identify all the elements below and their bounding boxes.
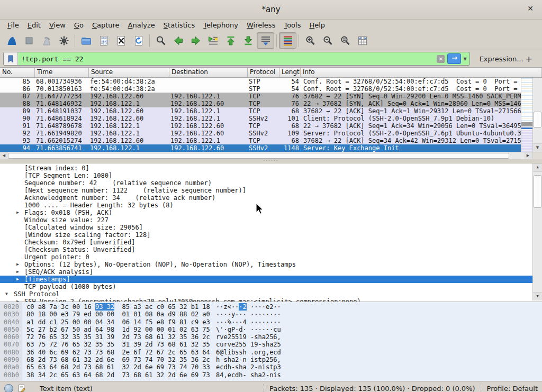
collapsed-arrow-icon[interactable]: ▶ xyxy=(16,276,19,283)
restart-capture-button[interactable] xyxy=(38,32,55,49)
auto-scroll-button[interactable] xyxy=(257,32,274,49)
hex-row[interactable]: 003080 18 00 e3 79 ed 00 00 01 01 08 0a … xyxy=(0,311,542,318)
detail-row[interactable]: [Checksum Status: Unverified] xyxy=(0,246,533,253)
hex-row[interactable]: 00505c 27 b2 67 50 ad 64 98 1d 92 00 00 … xyxy=(0,326,542,333)
details-scrollbar[interactable]: ▲ ▼ xyxy=(532,163,542,300)
menu-analyze[interactable]: Analyze xyxy=(124,21,159,30)
filter-clear-button[interactable]: ✕ xyxy=(437,55,445,63)
menu-file[interactable]: File xyxy=(3,21,23,30)
detail-row[interactable]: Sequence number: 42 (relative sequence n… xyxy=(0,179,533,187)
hex-row[interactable]: 0020c0 a8 7a 3c 00 16 93 32 85 a3 ac c0 … xyxy=(0,303,542,311)
detail-row[interactable]: Urgent pointer: 0 xyxy=(0,253,533,261)
detail-row[interactable]: TCP payload (1080 bytes) xyxy=(0,283,533,290)
close-file-button[interactable] xyxy=(112,32,130,49)
detail-row[interactable]: [Calculated window size: 29056] xyxy=(0,224,533,231)
collapsed-arrow-icon[interactable]: ▶ xyxy=(16,209,19,216)
detail-row[interactable]: ▼SSH Protocol xyxy=(0,290,533,298)
detail-row[interactable]: ▶[Timestamps] xyxy=(0,276,533,283)
scroll-right-icon[interactable]: ▶ xyxy=(524,152,532,159)
packet-row[interactable]: 8670.013850163fe:54:00:d4:38:2aSTP54Conf… xyxy=(0,85,542,93)
detail-row[interactable]: [Stream index: 0] xyxy=(0,165,533,172)
zoom-out-button[interactable] xyxy=(319,32,336,49)
collapsed-arrow-icon[interactable]: ▶ xyxy=(16,298,19,302)
zoom-in-button[interactable] xyxy=(301,32,319,49)
detail-row[interactable]: [TCP Segment Len: 1080] xyxy=(0,172,533,179)
menu-telephony[interactable]: Telephony xyxy=(199,21,242,30)
scrollbar-thumb[interactable] xyxy=(534,112,541,127)
capture-options-button[interactable] xyxy=(55,32,73,49)
scroll-down-icon[interactable]: ▼ xyxy=(533,292,542,300)
menu-capture[interactable]: Capture xyxy=(88,21,124,30)
hex-row[interactable]: 0040a1 dd c1 25 00 00 04 34 06 14 f5 e8 … xyxy=(0,318,542,326)
start-capture-button[interactable] xyxy=(3,32,20,49)
filter-bookmark-button[interactable] xyxy=(4,52,18,65)
colorize-button[interactable] xyxy=(279,32,296,49)
expert-info-icon[interactable] xyxy=(4,384,13,392)
open-file-button[interactable] xyxy=(77,32,95,49)
close-window-button[interactable]: ✕ xyxy=(525,4,536,13)
column-header-destination[interactable]: Destination xyxy=(169,68,248,77)
column-header-no[interactable]: No. xyxy=(0,68,35,77)
packet-row[interactable]: 8871.648146932192.168.122.1192.168.122.6… xyxy=(0,100,542,107)
detail-row[interactable]: ▶[SEQ/ACK analysis] xyxy=(0,268,533,276)
scroll-left-icon[interactable]: ◀ xyxy=(0,152,8,159)
go-to-packet-button[interactable] xyxy=(204,32,222,49)
hex-row[interactable]: 00b038 34 2c 65 63 64 68 2d 73 68 61 32 … xyxy=(0,371,542,379)
go-forward-button[interactable] xyxy=(187,32,204,49)
collapsed-arrow-icon[interactable]: ▶ xyxy=(16,261,19,268)
menu-edit[interactable]: Edit xyxy=(23,21,45,30)
hex-row[interactable]: 006072 76 65 32 35 35 31 39 2d 73 68 61 … xyxy=(0,333,542,341)
stop-capture-button[interactable] xyxy=(20,32,38,49)
resize-columns-button[interactable] xyxy=(354,32,371,49)
menu-view[interactable]: View xyxy=(45,21,70,30)
packet-row[interactable]: 8568.001734936fe:54:00:d4:38:2aSTP54Conf… xyxy=(0,78,542,85)
menu-help[interactable]: Help xyxy=(305,21,329,30)
find-packet-button[interactable] xyxy=(152,32,169,49)
detail-row[interactable]: Acknowledgment number: 34 (relative ack … xyxy=(0,194,533,202)
menu-statistics[interactable]: Statistics xyxy=(159,21,199,30)
column-header-source[interactable]: Source xyxy=(89,68,169,77)
detail-row[interactable]: ▶Flags: 0x018 (PSH, ACK) xyxy=(0,209,533,216)
packet-row[interactable]: 9071.648618924192.168.122.60192.168.122.… xyxy=(0,115,542,122)
column-header-protocol[interactable]: Protocol xyxy=(248,68,279,77)
add-filter-button[interactable]: + xyxy=(523,54,535,64)
column-header-length[interactable]: Length xyxy=(279,68,301,77)
packet-list-scrollbar[interactable]: ▲ ▼ xyxy=(532,78,542,152)
expression-button[interactable]: Expression... xyxy=(480,55,523,63)
profile-text[interactable]: Profile: Default xyxy=(487,385,538,392)
expanded-arrow-icon[interactable]: ▼ xyxy=(5,290,8,298)
save-file-button[interactable]: 010111100110 xyxy=(95,32,112,49)
detail-row[interactable]: 1000 .... = Header Length: 32 bytes (8) xyxy=(0,202,533,209)
detail-row[interactable]: [Next sequence number: 1122 (relative se… xyxy=(0,187,533,194)
hex-row[interactable]: 00a065 63 64 68 2d 73 68 61 32 2d 6e 69 … xyxy=(0,363,542,371)
go-back-button[interactable] xyxy=(169,32,187,49)
display-filter-input[interactable] xyxy=(18,53,437,65)
detail-row[interactable]: ▶SSH Version 2 (encryption:chacha20-poly… xyxy=(0,298,533,302)
scrollbar-thumb[interactable] xyxy=(534,175,541,208)
detail-row[interactable]: Checksum: 0x79ed [unverified] xyxy=(0,239,533,246)
scroll-up-icon[interactable]: ▲ xyxy=(533,163,542,172)
packet-row[interactable]: 9271.661949820192.168.122.1192.168.122.6… xyxy=(0,130,542,137)
menu-wireless[interactable]: Wireless xyxy=(242,21,279,30)
collapsed-arrow-icon[interactable]: ▶ xyxy=(16,268,19,276)
detail-row[interactable]: ▶Options: (12 bytes), No-Operation (NOP)… xyxy=(0,261,533,268)
packet-row[interactable]: 9371.662015274192.168.122.60192.168.122.… xyxy=(0,137,542,144)
detail-row[interactable]: Window size value: 227 xyxy=(0,216,533,224)
column-header-time[interactable]: Time xyxy=(35,68,89,77)
menu-go[interactable]: Go xyxy=(70,21,88,30)
filter-apply-button[interactable]: → xyxy=(447,53,461,64)
pane-splitter[interactable]: ······ xyxy=(0,159,542,163)
hex-row[interactable]: 007063 75 72 76 65 32 35 35 31 39 2d 73 … xyxy=(0,341,542,348)
go-first-button[interactable] xyxy=(222,32,239,49)
column-header-info[interactable]: Info xyxy=(301,68,542,77)
hscrollbar-thumb[interactable] xyxy=(8,153,509,159)
reload-file-button[interactable] xyxy=(130,32,147,49)
zoom-normal-button[interactable] xyxy=(336,32,354,49)
packet-row[interactable]: 8771.647777234192.168.122.60192.168.122.… xyxy=(0,93,542,100)
filter-dropdown-caret-icon[interactable]: ▼ xyxy=(463,57,466,61)
packet-row[interactable]: 8971.648191037192.168.122.60192.168.122.… xyxy=(0,107,542,115)
capture-comment-icon[interactable] xyxy=(17,384,26,392)
hex-row[interactable]: 009068 2d 73 68 61 32 2d 6e 69 73 74 70 … xyxy=(0,356,542,363)
go-last-button[interactable] xyxy=(239,32,257,49)
packet-row[interactable]: 9171.648789678192.168.122.1192.168.122.6… xyxy=(0,122,542,130)
